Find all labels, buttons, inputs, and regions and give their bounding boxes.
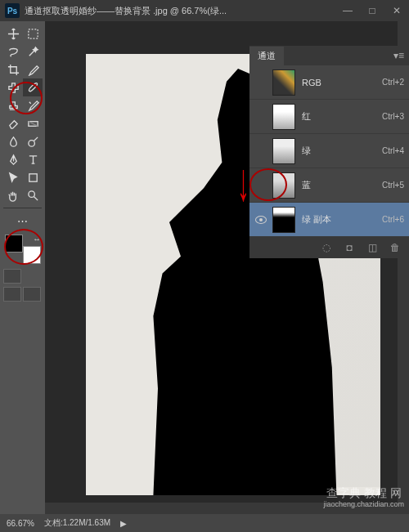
channel-name: 蓝: [302, 179, 382, 191]
toolbox: ⋯ ↔: [0, 21, 45, 532]
svg-point-2: [28, 140, 34, 146]
brush-tool[interactable]: [23, 78, 43, 96]
pen-tool[interactable]: [3, 150, 23, 168]
svg-rect-0: [28, 29, 37, 38]
marquee-tool[interactable]: [23, 25, 43, 42]
document-size: 文档:1.22M/1.63M: [44, 517, 110, 529]
eraser-tool[interactable]: [3, 114, 23, 132]
swap-colors-icon[interactable]: ↔: [33, 235, 41, 244]
crop-tool[interactable]: [3, 60, 23, 78]
screenmode2-button[interactable]: [23, 287, 41, 302]
stamp-tool[interactable]: [3, 96, 23, 114]
shape-tool[interactable]: [23, 168, 43, 186]
visibility-toggle[interactable]: [254, 110, 267, 123]
statusbar-arrow-icon[interactable]: ▶: [120, 519, 127, 528]
quickmask-button[interactable]: [3, 269, 21, 284]
channel-shortcut: Ctrl+5: [382, 181, 404, 190]
statusbar: 66.67% 文档:1.22M/1.63M ▶: [0, 514, 409, 532]
blur-tool[interactable]: [3, 132, 23, 150]
channel-thumbnail: [272, 207, 295, 233]
channel-name: 绿: [302, 145, 382, 157]
color-swatch[interactable]: ↔: [5, 235, 43, 264]
titlebar: Ps 通道抠取透明婚纱——替换背景 .jpg @ 66.7%(绿... — □ …: [0, 0, 409, 21]
channel-rgb[interactable]: RGB Ctrl+2: [249, 65, 409, 100]
gradient-tool[interactable]: [23, 114, 43, 132]
panel-footer: ◌ ◘ ◫ 🗑: [249, 237, 409, 258]
wand-tool[interactable]: [23, 42, 43, 60]
zoom-tool[interactable]: [23, 186, 43, 204]
eyedropper-tool[interactable]: [23, 60, 43, 78]
tab-channels[interactable]: 通道: [249, 47, 284, 65]
new-channel-icon[interactable]: ◫: [366, 242, 378, 253]
window-controls: — □ ✕: [335, 0, 409, 21]
channel-shortcut: Ctrl+3: [382, 112, 404, 121]
maximize-button[interactable]: □: [360, 0, 384, 21]
history-brush-tool[interactable]: [23, 96, 43, 114]
svg-rect-3: [29, 173, 36, 181]
panel-tabs: 通道 ▾≡: [249, 46, 409, 65]
channel-thumbnail: [272, 138, 295, 164]
visibility-toggle[interactable]: [254, 179, 267, 192]
channel-thumbnail: [272, 69, 295, 96]
watermark-main: 查字典 教程 网: [326, 486, 402, 499]
panel-menu-icon[interactable]: ▾≡: [393, 50, 404, 61]
move-tool[interactable]: [3, 25, 23, 42]
channel-red[interactable]: 红 Ctrl+3: [249, 100, 409, 134]
visibility-toggle[interactable]: [254, 145, 267, 158]
visibility-toggle[interactable]: [254, 76, 267, 89]
dodge-tool[interactable]: [23, 132, 43, 150]
save-selection-icon[interactable]: ◘: [344, 242, 355, 253]
channel-blue[interactable]: 蓝 Ctrl+5: [249, 168, 409, 203]
hand-tool[interactable]: [3, 186, 23, 204]
svg-point-4: [28, 190, 34, 197]
channel-shortcut: Ctrl+4: [382, 146, 404, 155]
minimize-button[interactable]: —: [335, 0, 360, 21]
channel-shortcut: Ctrl+2: [382, 78, 404, 87]
annotation-arrow-icon: ↓: [237, 152, 249, 213]
channel-list: RGB Ctrl+2 红 Ctrl+3 绿 Ctrl+4 蓝 Ctrl+5 绿 …: [249, 65, 409, 237]
document-title: 通道抠取透明婚纱——替换背景 .jpg @ 66.7%(绿...: [25, 5, 335, 17]
channel-green[interactable]: 绿 Ctrl+4: [249, 134, 409, 168]
edit-toolbar[interactable]: ⋯: [3, 212, 42, 230]
channel-green-copy[interactable]: 绿 副本 Ctrl+6: [249, 203, 409, 237]
app-icon: Ps: [5, 3, 20, 18]
load-selection-icon[interactable]: ◌: [321, 242, 332, 253]
eye-icon: [255, 216, 267, 224]
path-select-tool[interactable]: [3, 168, 23, 186]
screenmode-button[interactable]: [3, 287, 21, 302]
zoom-level[interactable]: 66.67%: [7, 519, 34, 528]
channel-name: RGB: [302, 78, 382, 87]
channel-thumbnail: [272, 172, 295, 199]
healing-tool[interactable]: [3, 78, 23, 96]
visibility-toggle[interactable]: [254, 213, 267, 226]
channels-panel: 通道 ▾≡ RGB Ctrl+2 红 Ctrl+3 绿 Ctrl+4 蓝 Ctr…: [249, 46, 409, 258]
watermark-footer: 查字典 教程 网 jiaocheng.chazidian.com: [323, 486, 404, 509]
channel-name: 绿 副本: [302, 213, 382, 226]
lasso-tool[interactable]: [3, 42, 23, 60]
close-button[interactable]: ✕: [384, 0, 409, 21]
watermark-sub: jiaocheng.chazidian.com: [323, 500, 404, 509]
channel-shortcut: Ctrl+6: [382, 215, 404, 224]
type-tool[interactable]: [23, 150, 43, 168]
foreground-color[interactable]: [5, 235, 23, 253]
delete-channel-icon[interactable]: 🗑: [389, 242, 401, 253]
channel-name: 红: [302, 110, 382, 123]
background-color[interactable]: [23, 246, 41, 264]
channel-thumbnail: [272, 104, 295, 130]
